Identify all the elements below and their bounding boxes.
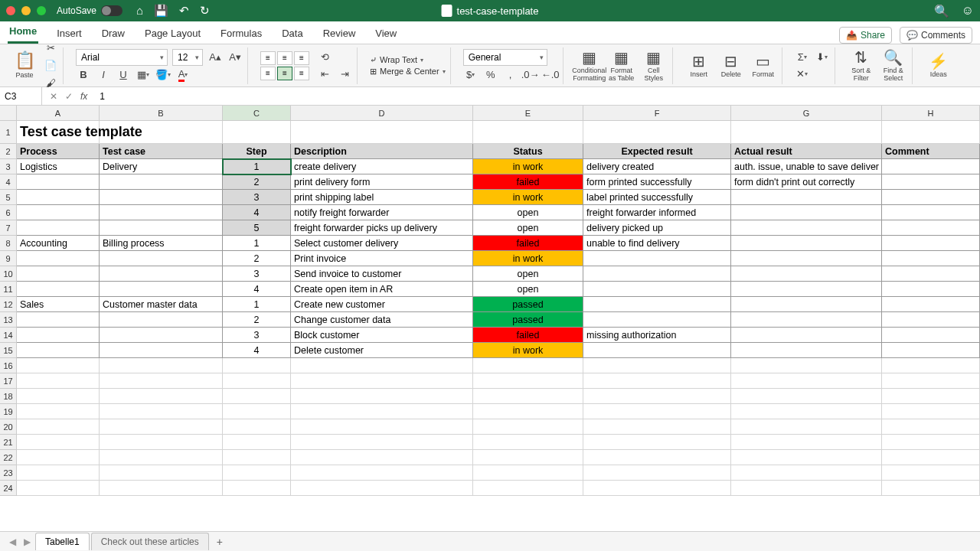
cell[interactable] — [17, 312, 100, 328]
cell[interactable] — [882, 266, 980, 282]
underline-button[interactable]: U — [116, 67, 131, 83]
merge-button[interactable]: ⊞ Merge & Center ▾ — [370, 67, 446, 77]
row-header[interactable]: 7 — [0, 220, 17, 236]
cell[interactable] — [17, 404, 100, 419]
cell-styles-button[interactable]: ▦Cell Styles — [640, 49, 668, 83]
cell[interactable] — [473, 419, 583, 435]
cell[interactable] — [882, 251, 980, 266]
cell[interactable] — [882, 121, 980, 144]
col-header[interactable]: H — [882, 106, 980, 121]
cell[interactable] — [731, 236, 882, 251]
undo-icon[interactable]: ↶ — [179, 4, 189, 18]
switch-icon[interactable] — [101, 5, 122, 16]
row-header[interactable]: 23 — [0, 465, 17, 481]
cell[interactable]: delivery picked up — [583, 220, 731, 236]
cell[interactable]: Print invoice — [291, 251, 473, 266]
format-painter-icon[interactable]: 🖌 — [43, 76, 58, 91]
cell[interactable]: in work — [473, 251, 583, 266]
account-icon[interactable]: ☺ — [962, 4, 974, 18]
clear-icon[interactable]: ✕▾ — [795, 67, 810, 82]
spreadsheet-grid[interactable]: 123456789101112131415161718192021222324 … — [0, 106, 980, 519]
align-center[interactable]: ≡ — [277, 67, 292, 80]
cell[interactable]: Delivery — [100, 159, 223, 174]
cell[interactable] — [100, 358, 223, 373]
row-header[interactable]: 24 — [0, 481, 17, 496]
cell[interactable] — [731, 251, 882, 266]
cell[interactable] — [17, 450, 100, 465]
row-header[interactable]: 15 — [0, 343, 17, 358]
share-button[interactable]: 📤 Share — [839, 27, 892, 44]
cell[interactable]: Logistics — [17, 159, 100, 174]
fill-icon[interactable]: ⬇▾ — [815, 50, 830, 65]
title-cell[interactable]: Test case template — [17, 121, 100, 144]
cell[interactable] — [473, 358, 583, 373]
row-header[interactable]: 10 — [0, 266, 17, 282]
align-top-right[interactable]: ≡ — [294, 51, 309, 65]
cell[interactable] — [223, 435, 291, 450]
cell[interactable] — [17, 251, 100, 266]
cell[interactable]: 2 — [223, 174, 291, 190]
cell[interactable] — [100, 481, 223, 496]
cell[interactable] — [882, 159, 980, 174]
cell[interactable] — [223, 404, 291, 419]
row-header[interactable]: 5 — [0, 190, 17, 205]
cell[interactable] — [17, 343, 100, 358]
comma-icon[interactable]: , — [503, 67, 518, 83]
cell[interactable]: Block customer — [291, 328, 473, 343]
header-cell[interactable]: Actual result — [731, 144, 882, 159]
cell[interactable] — [882, 481, 980, 496]
cell[interactable] — [882, 419, 980, 435]
cell[interactable] — [583, 450, 731, 465]
enter-formula-icon[interactable]: ✓ — [65, 91, 73, 102]
cell[interactable] — [583, 312, 731, 328]
close-icon[interactable] — [6, 6, 15, 15]
col-header[interactable]: A — [17, 106, 100, 121]
tab-review[interactable]: Review — [322, 24, 358, 44]
cell[interactable] — [731, 297, 882, 312]
cell[interactable] — [583, 358, 731, 373]
cell[interactable] — [583, 251, 731, 266]
cell[interactable]: freight forwarder picks up delivery — [291, 220, 473, 236]
cell[interactable] — [882, 174, 980, 190]
cell[interactable]: Create open item in AR — [291, 282, 473, 297]
cell[interactable]: Select customer delivery — [291, 236, 473, 251]
cell[interactable] — [17, 389, 100, 404]
cell[interactable] — [583, 465, 731, 481]
cell[interactable] — [731, 282, 882, 297]
cell[interactable]: in work — [473, 190, 583, 205]
row-header[interactable]: 21 — [0, 435, 17, 450]
cell[interactable] — [731, 312, 882, 328]
cell[interactable] — [223, 389, 291, 404]
col-header[interactable]: E — [473, 106, 583, 121]
header-cell[interactable]: Test case — [100, 144, 223, 159]
cell[interactable] — [473, 404, 583, 419]
cell[interactable] — [100, 389, 223, 404]
tab-view[interactable]: View — [374, 24, 398, 44]
increase-indent-icon[interactable]: ⇥ — [337, 67, 352, 82]
tab-draw[interactable]: Draw — [100, 24, 126, 44]
cell[interactable] — [100, 121, 223, 144]
home-icon[interactable]: ⌂ — [136, 4, 143, 18]
cell[interactable] — [731, 450, 882, 465]
currency-icon[interactable]: $▾ — [463, 67, 479, 83]
font-size-select[interactable]: 12 — [172, 49, 203, 66]
cell[interactable] — [100, 205, 223, 220]
cell[interactable]: 1 — [223, 297, 291, 312]
bold-button[interactable]: B — [76, 67, 91, 83]
paste-button[interactable]: 📋Paste — [11, 49, 38, 83]
cell[interactable] — [291, 389, 473, 404]
cell[interactable] — [17, 328, 100, 343]
increase-decimal-icon[interactable]: .0→ — [523, 67, 538, 83]
cell[interactable] — [882, 343, 980, 358]
cell[interactable] — [583, 282, 731, 297]
orientation-icon[interactable]: ⟲ — [317, 50, 332, 65]
cell[interactable] — [17, 220, 100, 236]
increase-font-icon[interactable]: A▴ — [207, 50, 223, 65]
cell[interactable] — [100, 419, 223, 435]
save-icon[interactable]: 💾 — [154, 4, 168, 18]
cell[interactable] — [17, 174, 100, 190]
cell[interactable] — [291, 435, 473, 450]
cell[interactable] — [17, 373, 100, 389]
cell[interactable] — [583, 435, 731, 450]
cell[interactable]: label printed successfully — [583, 190, 731, 205]
